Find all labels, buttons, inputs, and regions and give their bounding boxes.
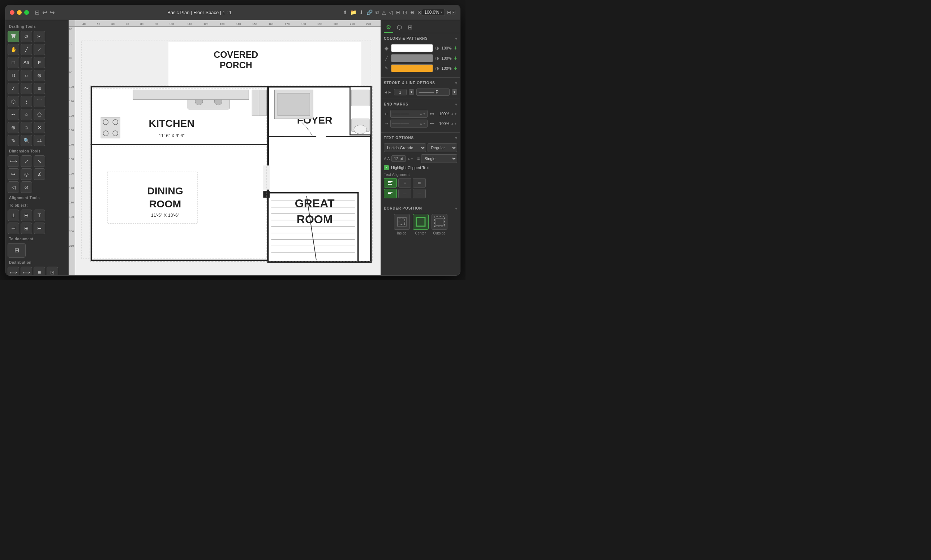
undo-button[interactable]: ↩: [41, 8, 48, 17]
stroke-style-stepper[interactable]: ▾: [452, 89, 457, 95]
align-bottom-text-btn[interactable]: ─: [413, 189, 426, 198]
window-controls[interactable]: ⊟: [447, 9, 451, 15]
dist-sp-tool[interactable]: ⊡: [47, 267, 58, 275]
snap-icon[interactable]: ⊡: [403, 9, 407, 15]
grid-icon-top[interactable]: ⊞: [396, 9, 400, 15]
zoom-tool[interactable]: 🔍: [21, 135, 32, 146]
x-tool[interactable]: ✕: [34, 122, 45, 133]
rotate-tool[interactable]: ↺: [21, 31, 32, 42]
fullscreen-icon[interactable]: ⊡: [451, 9, 456, 15]
stroke-add-btn[interactable]: +: [454, 55, 457, 62]
polygon-tool[interactable]: ⬠: [34, 109, 45, 120]
angle-tool[interactable]: ∠: [8, 83, 19, 94]
circle-tool[interactable]: ○: [21, 70, 32, 81]
colors-collapse-btn[interactable]: ▾: [455, 36, 457, 41]
crop-tool[interactable]: ✂: [34, 31, 45, 42]
text-tool[interactable]: Aa: [21, 57, 32, 68]
share-icon[interactable]: ⬆: [343, 9, 347, 15]
border-outside-item[interactable]: Outside: [431, 214, 448, 235]
align-left-tool[interactable]: ⊣: [8, 223, 19, 234]
fill-opacity-icon[interactable]: ◑: [435, 46, 439, 51]
callout-tool[interactable]: ◁: [8, 182, 19, 193]
end-mark-left-select[interactable]: ────── ▲▼: [390, 110, 428, 118]
align-left-btn[interactable]: [384, 178, 397, 188]
tab-grid[interactable]: ⊞: [406, 22, 414, 33]
stroke-style-select[interactable]: ───── P: [416, 89, 449, 96]
stroke-color-swatch[interactable]: [391, 54, 433, 62]
pen-opacity-icon[interactable]: ◑: [435, 66, 439, 71]
text-options-collapse-btn[interactable]: ▾: [455, 135, 457, 140]
wave-tool[interactable]: 〜: [21, 83, 32, 94]
stroke-width-input[interactable]: [394, 89, 406, 95]
fill-color-swatch[interactable]: [391, 44, 433, 52]
select-tool[interactable]: [8, 31, 19, 42]
note-tool[interactable]: ⊙: [21, 182, 32, 193]
align-top-tool[interactable]: ⊤: [34, 209, 45, 221]
tab-layers[interactable]: ⬡: [395, 22, 404, 33]
align-top-btn[interactable]: [384, 189, 397, 198]
font-style-select[interactable]: Regular: [428, 143, 457, 152]
export-icon[interactable]: ⬇: [359, 9, 363, 15]
canvas-content[interactable]: COVERED PORCH: [75, 27, 380, 275]
dim-h-tool[interactable]: ⟺: [8, 155, 19, 167]
stroke-width-stepper[interactable]: ▾: [409, 89, 414, 95]
pen-tool[interactable]: ✒: [8, 109, 19, 120]
node-tool[interactable]: ⋮: [21, 96, 32, 107]
star-tool[interactable]: ☆: [21, 109, 32, 120]
hatch-tool[interactable]: ≡: [34, 83, 45, 94]
eyedropper-tool[interactable]: ✎: [8, 135, 19, 146]
dim-arrow-tool[interactable]: ↦: [8, 168, 19, 180]
border-position-collapse-btn[interactable]: ▾: [455, 206, 457, 211]
align-center-v-tool[interactable]: ⊟: [21, 209, 32, 221]
dist-h-tool[interactable]: ⟺: [8, 267, 19, 275]
align-center-h-tool[interactable]: ⊞: [21, 223, 32, 234]
person-tool[interactable]: ☺: [21, 122, 32, 133]
pen-color-swatch[interactable]: [391, 64, 433, 72]
redo-button[interactable]: ↪: [48, 8, 56, 17]
sidebar-toggle-icon[interactable]: ⊟: [33, 8, 41, 17]
font-size-stepper[interactable]: ▲▼: [407, 157, 414, 160]
canvas-area[interactable]: // Generate ruler ticks inline 40 50 60 …: [69, 20, 380, 275]
arc-tool[interactable]: ⌒: [34, 96, 45, 107]
font-family-select[interactable]: Lucida Grande: [384, 143, 426, 152]
end-marks-collapse-btn[interactable]: ▾: [455, 102, 457, 107]
end-mark-right-select[interactable]: ────── ▲▼: [390, 120, 428, 128]
stroke-opacity-icon[interactable]: ◑: [435, 55, 439, 61]
line-height-select[interactable]: Single: [421, 154, 457, 163]
tools-icon1[interactable]: △: [382, 9, 386, 15]
dim-v-tool[interactable]: ⤢: [21, 155, 32, 167]
line-tool[interactable]: ╱: [21, 44, 32, 55]
symbol-tool[interactable]: D: [8, 70, 19, 81]
border-center-item[interactable]: Center: [413, 214, 429, 235]
font-size-input[interactable]: [391, 155, 406, 162]
border-inside-item[interactable]: Inside: [394, 214, 410, 235]
close-button[interactable]: [10, 10, 14, 15]
hexagon-tool[interactable]: ⬡: [8, 96, 19, 107]
zoom-control[interactable]: 100.0% ▾: [422, 9, 445, 16]
target-tool[interactable]: ⊛: [34, 70, 45, 81]
dist-v-tool[interactable]: ⟺: [21, 267, 32, 275]
dim-angle-tool[interactable]: ∡: [34, 168, 45, 180]
highlight-clipped-checkbox[interactable]: ✓: [384, 165, 389, 170]
align-bottom-tool[interactable]: ⊥: [8, 209, 19, 221]
dim-circle-tool[interactable]: ◎: [21, 168, 32, 180]
doc-grid-tool[interactable]: ⊞: [8, 243, 26, 258]
link-icon[interactable]: 🔗: [366, 9, 372, 15]
tab-properties[interactable]: ⚙: [384, 22, 393, 33]
magnet-tool[interactable]: ⊕: [8, 122, 19, 133]
fill-add-btn[interactable]: +: [454, 45, 457, 51]
pattern-tool[interactable]: P: [34, 57, 45, 68]
scale-tool[interactable]: 1:1: [34, 135, 45, 146]
align-middle-btn[interactable]: ─: [398, 189, 411, 198]
tools-icon2[interactable]: ◁: [389, 9, 393, 15]
copy-icon[interactable]: ⧉: [375, 9, 379, 15]
maximize-button[interactable]: [24, 10, 29, 15]
align-right-btn[interactable]: ≣: [413, 178, 426, 188]
stroke-collapse-btn[interactable]: ▾: [455, 81, 457, 86]
pen-add-btn[interactable]: +: [454, 65, 457, 72]
dist-eq-tool[interactable]: ≡: [34, 267, 45, 275]
door-icon[interactable]: ⊠: [417, 9, 422, 15]
bezier-tool[interactable]: ⟋: [34, 44, 45, 55]
dim-diag-tool[interactable]: ⤡: [34, 155, 45, 167]
align-right-tool[interactable]: ⊢: [34, 223, 45, 234]
